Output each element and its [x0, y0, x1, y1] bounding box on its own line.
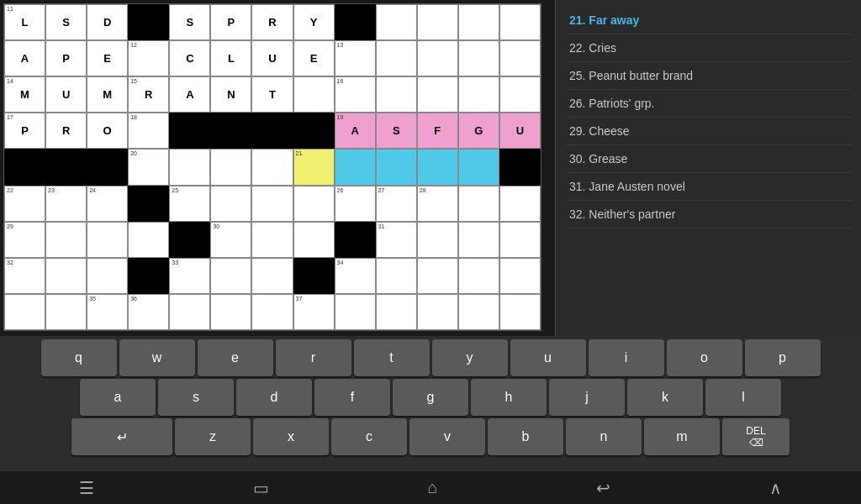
- table-row[interactable]: 26: [335, 186, 376, 222]
- key-t[interactable]: t: [354, 339, 430, 376]
- table-row[interactable]: [335, 294, 376, 330]
- table-row[interactable]: [499, 222, 541, 258]
- table-row[interactable]: 12: [128, 40, 169, 76]
- key-h[interactable]: h: [471, 379, 547, 416]
- table-row[interactable]: 36: [128, 294, 169, 330]
- clue-item[interactable]: 22. Cries: [566, 34, 851, 62]
- table-row[interactable]: T: [251, 76, 293, 113]
- table-row[interactable]: R: [251, 4, 293, 40]
- table-row[interactable]: [417, 76, 458, 113]
- table-row[interactable]: [499, 186, 541, 222]
- table-row[interactable]: [376, 149, 417, 185]
- table-row[interactable]: [251, 186, 293, 222]
- table-row[interactable]: F: [417, 113, 458, 149]
- table-row[interactable]: [499, 40, 541, 76]
- table-row[interactable]: 21: [293, 149, 335, 185]
- key-g[interactable]: g: [393, 379, 468, 416]
- key-m[interactable]: m: [644, 418, 720, 455]
- table-row[interactable]: [458, 222, 499, 258]
- table-row[interactable]: [335, 149, 376, 185]
- table-row[interactable]: [251, 222, 293, 258]
- table-row[interactable]: 37: [293, 294, 335, 330]
- table-row[interactable]: 19A: [335, 113, 376, 149]
- table-row[interactable]: P: [210, 4, 251, 40]
- table-row[interactable]: 31: [376, 222, 417, 258]
- table-row[interactable]: S: [45, 4, 87, 40]
- key-e[interactable]: e: [198, 339, 273, 376]
- key-p[interactable]: p: [745, 339, 821, 376]
- table-row[interactable]: [210, 186, 251, 222]
- table-row[interactable]: E: [293, 40, 335, 76]
- table-row[interactable]: [87, 258, 128, 294]
- table-row[interactable]: [293, 186, 335, 222]
- table-row[interactable]: C: [169, 40, 210, 76]
- key-f[interactable]: f: [314, 379, 390, 416]
- table-row[interactable]: 33: [169, 258, 210, 294]
- table-row[interactable]: 24: [87, 186, 128, 222]
- table-row[interactable]: [417, 294, 458, 330]
- table-row[interactable]: [458, 294, 499, 330]
- table-row[interactable]: P: [45, 40, 87, 76]
- key-v[interactable]: v: [409, 418, 485, 455]
- table-row[interactable]: E: [87, 40, 128, 76]
- table-row[interactable]: R: [45, 113, 87, 149]
- key-x[interactable]: x: [253, 418, 329, 455]
- table-row[interactable]: 34: [335, 258, 376, 294]
- table-row[interactable]: 27: [376, 186, 417, 222]
- key-w[interactable]: w: [119, 339, 195, 376]
- up-icon[interactable]: ∧: [753, 471, 799, 505]
- menu-icon[interactable]: ☰: [62, 471, 111, 505]
- clue-item[interactable]: 21. Far away: [566, 7, 851, 34]
- key-r[interactable]: r: [276, 339, 351, 376]
- table-row[interactable]: [458, 258, 499, 294]
- key-j[interactable]: j: [549, 379, 625, 416]
- table-row[interactable]: [499, 294, 541, 330]
- table-row[interactable]: U: [499, 113, 541, 149]
- table-row[interactable]: A: [4, 40, 45, 76]
- table-row[interactable]: 14M: [4, 76, 45, 113]
- table-row[interactable]: M: [87, 76, 128, 113]
- key-z[interactable]: z: [175, 418, 251, 455]
- table-row[interactable]: [169, 294, 210, 330]
- clue-item[interactable]: 32. Neither's partner: [566, 201, 851, 228]
- table-row[interactable]: U: [45, 76, 87, 113]
- table-row[interactable]: [210, 294, 251, 330]
- table-row[interactable]: [210, 258, 251, 294]
- table-row[interactable]: [293, 222, 335, 258]
- key-q[interactable]: q: [41, 339, 117, 376]
- home-icon[interactable]: ⌂: [410, 471, 454, 504]
- table-row[interactable]: [376, 40, 417, 76]
- table-row[interactable]: 25: [169, 186, 210, 222]
- crossword-grid[interactable]: 11LSDSPRYAPE12CLUE1314MUM15RANT1617PRO18…: [3, 3, 541, 331]
- table-row[interactable]: [251, 294, 293, 330]
- key-del[interactable]: DEL⌫: [722, 418, 790, 455]
- clue-item[interactable]: 31. Jane Austen novel: [566, 173, 851, 201]
- table-row[interactable]: [458, 186, 499, 222]
- table-row[interactable]: [128, 222, 169, 258]
- table-row[interactable]: [458, 4, 499, 40]
- table-row[interactable]: [210, 149, 251, 185]
- table-row[interactable]: [4, 294, 45, 330]
- table-row[interactable]: [45, 222, 87, 258]
- table-row[interactable]: D: [87, 4, 128, 40]
- table-row[interactable]: 11L: [4, 4, 45, 40]
- table-row[interactable]: 28: [417, 186, 458, 222]
- key-k[interactable]: k: [627, 379, 703, 416]
- clue-item[interactable]: 29. Cheese: [566, 118, 851, 145]
- table-row[interactable]: 35: [87, 294, 128, 330]
- table-row[interactable]: S: [376, 113, 417, 149]
- table-row[interactable]: 20: [128, 149, 169, 185]
- table-row[interactable]: [45, 258, 87, 294]
- key-x[interactable]: ↵: [71, 418, 172, 455]
- key-a[interactable]: a: [80, 379, 156, 416]
- table-row[interactable]: [169, 149, 210, 185]
- key-o[interactable]: o: [667, 339, 742, 376]
- table-row[interactable]: 18: [128, 113, 169, 149]
- table-row[interactable]: [458, 76, 499, 113]
- table-row[interactable]: 17P: [4, 113, 45, 149]
- table-row[interactable]: O: [87, 113, 128, 149]
- table-row[interactable]: 13: [335, 40, 376, 76]
- table-row[interactable]: 30: [210, 222, 251, 258]
- key-l[interactable]: l: [705, 379, 781, 416]
- table-row[interactable]: [458, 149, 499, 185]
